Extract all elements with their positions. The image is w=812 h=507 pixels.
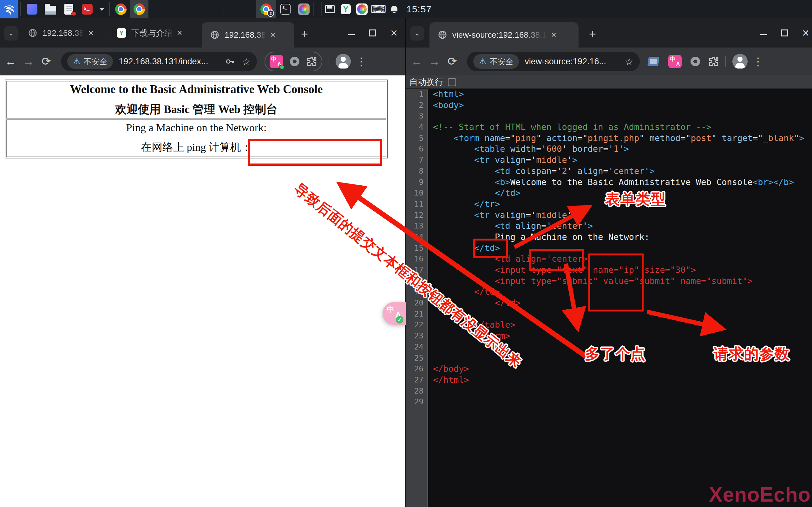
url-text[interactable]: 192.168.38.131/index...: [119, 57, 208, 66]
bookmark-star-icon[interactable]: ☆: [242, 56, 251, 67]
chrome-window-button-1[interactable]: [112, 0, 130, 18]
source-line: <!-- Start of HTML when logged in as Adm…: [433, 122, 812, 133]
floating-translate-button[interactable]: 中 A ✓: [383, 302, 406, 325]
tab-viewsource-active[interactable]: view-source:192.168.38.1 ×: [429, 22, 578, 48]
minimize-button[interactable]: [757, 26, 770, 39]
chrome-window-button-2[interactable]: [130, 0, 148, 18]
address-bar[interactable]: ⚠ 不安全 192.168.38.131/index... ☆: [61, 52, 257, 71]
files-app-button[interactable]: [23, 0, 41, 18]
chevron-down-icon: [99, 8, 104, 11]
back-button[interactable]: ←: [408, 55, 426, 68]
profile-avatar[interactable]: [336, 54, 351, 69]
tab-title: 下载与介绍: [131, 27, 172, 39]
translate-extension-icon[interactable]: 中A: [270, 55, 283, 68]
tab-search-button[interactable]: ⌄: [4, 26, 18, 41]
forward-button[interactable]: →: [426, 55, 444, 68]
keyboard-tray-button[interactable]: ⌨: [370, 0, 387, 18]
password-key-icon[interactable]: [225, 56, 235, 66]
line-number: 29: [406, 396, 427, 407]
tray-terminal-button[interactable]: $_: [276, 0, 295, 18]
tray-chrome-button[interactable]: 2: [256, 0, 276, 18]
url-text[interactable]: view-source:192.16...: [525, 57, 606, 66]
adblock-extension-icon[interactable]: [691, 57, 700, 66]
minimize-button[interactable]: [345, 26, 358, 39]
tab-close-icon[interactable]: ×: [177, 28, 182, 38]
source-line: <table width='600' border='1'>: [433, 144, 812, 155]
terminal-icon: $_: [82, 4, 93, 14]
line-number: 1: [406, 89, 427, 100]
annotation-box-request-params: [589, 253, 644, 312]
source-line: [433, 396, 812, 407]
bell-icon: [390, 5, 398, 13]
maximize-button[interactable]: [778, 26, 791, 39]
kali-dragon-icon: [3, 3, 15, 15]
ime-tray-button[interactable]: [354, 0, 370, 18]
taskbar: $_ 2 $_ Y ⌨ 15:57: [0, 0, 812, 18]
line-wrap-bar: 自动换行: [406, 75, 812, 89]
menu-kebab-icon[interactable]: ⋮: [356, 55, 367, 68]
file-manager-button[interactable]: [41, 0, 60, 18]
chrome-count-badge: 2: [267, 10, 274, 17]
line-number: 4: [406, 122, 427, 133]
clock[interactable]: 15:57: [406, 4, 432, 14]
profile-avatar[interactable]: [732, 54, 748, 69]
reload-button[interactable]: ⟳: [38, 55, 55, 68]
tab-2[interactable]: Y 下载与介绍 ×: [117, 18, 182, 48]
network-tray-button[interactable]: [322, 0, 338, 18]
annotation-box-unclosed-quote: [529, 249, 583, 271]
annotation-box-closing-td: [473, 239, 508, 258]
annotation-box-missing-input: [248, 139, 382, 166]
green-app-tray-button[interactable]: Y: [338, 0, 354, 18]
tab-strip: ⌄ view-source:192.168.38.1 × + ×: [406, 18, 812, 48]
tray-fcitx-button[interactable]: [295, 0, 313, 18]
terminal-outline-icon: $_: [281, 4, 291, 14]
tab-3-active[interactable]: 192.168.38 ×: [202, 22, 294, 48]
security-chip[interactable]: ⚠ 不安全: [473, 54, 519, 69]
source-line: <td align='center'>: [433, 221, 812, 232]
kali-menu-button[interactable]: [0, 0, 18, 18]
line-wrap-checkbox[interactable]: [448, 78, 456, 86]
adblock-extension-icon[interactable]: [290, 57, 299, 66]
annotation-request-params: 请求的参数: [714, 344, 790, 364]
extensions-puzzle-icon[interactable]: [708, 56, 719, 67]
toolbar: ← → ⟳ ⚠ 不安全 view-source:192.16... ☆ 中A ⋮: [406, 48, 812, 75]
line-number: 9: [406, 177, 427, 188]
new-tab-button[interactable]: +: [586, 27, 600, 41]
source-line: </html>: [433, 375, 812, 386]
close-button[interactable]: ×: [388, 26, 400, 39]
warning-icon: ⚠: [73, 57, 80, 66]
text-editor-button[interactable]: [60, 0, 78, 18]
tray-separator: [313, 2, 314, 16]
tab-close-icon[interactable]: ×: [270, 30, 275, 40]
translate-extension-icon[interactable]: 中A: [668, 55, 681, 68]
files-icon: [27, 4, 38, 14]
back-button[interactable]: ←: [2, 55, 20, 68]
notifications-button[interactable]: [387, 0, 402, 18]
extension-icon-blue[interactable]: [647, 57, 659, 66]
maximize-button[interactable]: [366, 26, 379, 39]
notification-dot: [71, 11, 77, 16]
security-chip[interactable]: ⚠ 不安全: [67, 54, 113, 69]
ping-label-en: Ping a Machine on the Network:: [7, 122, 386, 134]
tab-title: 192.168.38: [43, 28, 84, 38]
tab-search-button[interactable]: ⌄: [410, 26, 424, 41]
source-line: <tr valign='middle'>: [433, 210, 812, 221]
launcher-expand-button[interactable]: [96, 0, 107, 18]
folder-icon: [45, 6, 56, 14]
source-line: [433, 386, 812, 397]
forward-button[interactable]: →: [20, 55, 38, 68]
menu-kebab-icon[interactable]: ⋮: [753, 55, 763, 68]
extensions-puzzle-icon[interactable]: [306, 56, 317, 67]
workspace-separator: [190, 2, 190, 16]
tab-close-icon[interactable]: ×: [551, 30, 556, 40]
reload-button[interactable]: ⟳: [444, 55, 461, 68]
bookmark-star-icon[interactable]: ☆: [625, 56, 633, 67]
tab-1[interactable]: 192.168.38 ×: [28, 18, 94, 48]
close-button[interactable]: ×: [799, 26, 812, 39]
green-app-icon: Y: [341, 4, 351, 14]
address-bar[interactable]: ⚠ 不安全 view-source:192.16... ☆: [467, 52, 640, 71]
new-tab-button[interactable]: +: [298, 27, 311, 41]
page-title-en: Welcome to the Basic Administrative Web …: [7, 82, 386, 96]
terminal-button[interactable]: $_: [78, 0, 96, 18]
tab-close-icon[interactable]: ×: [88, 28, 93, 38]
